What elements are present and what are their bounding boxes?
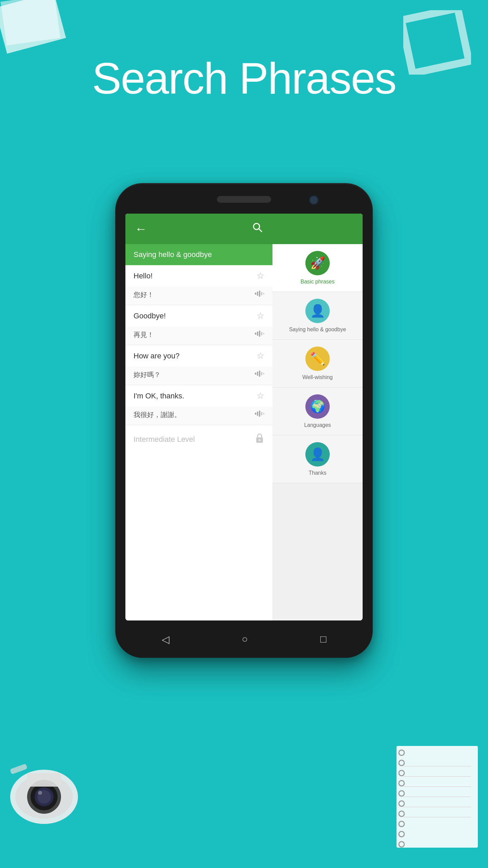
category-icon-2: ✏️ [305,347,330,371]
svg-rect-11 [257,332,258,336]
phrase-english-1: Goodbye! [134,312,166,320]
star-icon-1[interactable]: ☆ [257,311,264,321]
phrase-list: Hello! ☆ 您好！ [125,265,272,620]
svg-rect-17 [259,371,260,377]
svg-rect-19 [263,373,264,375]
nav-bar: ◁ ○ □ [125,620,363,658]
audio-icon-1[interactable] [255,330,264,339]
category-icon-4: 👤 [305,442,330,467]
nav-recent-button[interactable]: □ [320,633,326,645]
category-item-2[interactable]: ✏️ Well-wishing [272,340,363,388]
deco-paper-top-left [0,0,71,58]
svg-rect-16 [257,372,258,376]
svg-rect-12 [259,331,260,337]
phrase-english-0: Hello! [134,272,152,280]
star-icon-3[interactable]: ☆ [257,391,264,401]
nav-back-button[interactable]: ◁ [162,633,169,645]
phrase-item-1: Goodbye! ☆ 再見！ [125,305,272,345]
svg-point-33 [38,791,42,795]
category-icon-3: 🌍 [305,394,330,419]
category-icon-0: 🚀 [305,251,330,275]
svg-rect-24 [263,413,264,415]
back-button[interactable]: ← [135,222,147,236]
category-header: Saying hello & goodbye [125,244,272,265]
category-item-4[interactable]: 👤 Thanks [272,435,363,483]
svg-rect-5 [255,293,256,295]
star-icon-2[interactable]: ☆ [257,351,264,361]
intermediate-level-label: Intermediate Level [134,435,195,444]
category-item-1[interactable]: 👤 Saying hello & goodbye [272,292,363,340]
right-header-spacer [272,214,363,244]
phone-camera [309,195,319,205]
phrase-translation-0: 您好！ [134,290,154,299]
svg-rect-14 [263,333,264,335]
svg-rect-9 [263,293,264,295]
svg-point-26 [259,439,261,441]
audio-icon-3[interactable] [255,410,264,419]
category-sidebar: 🚀 Basic phrases 👤 Saying hello & goodbye… [272,214,363,620]
intermediate-level-row: Intermediate Level [125,425,272,453]
svg-rect-6 [257,292,258,296]
category-icon-1: 👤 [305,299,330,323]
category-name-4: Thanks [309,470,326,476]
audio-icon-2[interactable] [255,370,264,379]
category-name-2: Well-wishing [302,374,333,380]
app-header: ← [125,214,272,244]
phrase-item-3: I'm OK, thanks. ☆ 我很好，謝謝。 [125,385,272,425]
svg-rect-15 [255,373,256,375]
category-name-0: Basic phrases [301,279,335,285]
phrase-english-3: I'm OK, thanks. [134,392,184,400]
category-item-3[interactable]: 🌍 Languages [272,388,363,435]
svg-rect-21 [257,412,258,416]
audio-icon-0[interactable] [255,290,264,299]
svg-rect-10 [255,333,256,335]
phone-speaker [217,196,271,203]
nav-home-button[interactable]: ○ [242,633,248,645]
phrase-item-0: Hello! ☆ 您好！ [125,265,272,305]
category-name-1: Saying hello & goodbye [289,327,346,333]
phrase-translation-1: 再見！ [134,330,154,339]
lock-icon [255,433,264,446]
svg-rect-35 [10,764,27,774]
svg-rect-20 [255,413,256,415]
deco-camera [3,753,85,834]
svg-rect-23 [261,412,262,415]
phone-device: ← Saying hello & goodbye [115,183,373,658]
phone-screen: ← Saying hello & goodbye [125,214,363,620]
svg-rect-7 [259,291,260,297]
phrase-translation-2: 妳好嗎？ [134,370,161,379]
svg-rect-18 [261,372,262,375]
phrase-translation-3: 我很好，謝謝。 [134,410,181,419]
category-item-0[interactable]: 🚀 Basic phrases [272,244,363,292]
deco-notebook [383,732,485,854]
svg-rect-8 [261,292,262,295]
phone-outer: ← Saying hello & goodbye [115,183,373,658]
svg-rect-1 [1,0,61,45]
svg-rect-13 [261,332,262,335]
phrase-list-panel: ← Saying hello & goodbye [125,214,272,620]
svg-rect-22 [259,411,260,417]
search-button[interactable] [252,222,263,236]
main-title: Search Phrases [0,54,488,103]
phrase-item-2: How are you? ☆ 妳好嗎？ [125,345,272,385]
phrase-english-2: How are you? [134,352,180,360]
svg-line-4 [259,229,262,232]
star-icon-0[interactable]: ☆ [257,271,264,281]
svg-rect-34 [27,773,61,787]
category-name-3: Languages [304,422,331,428]
